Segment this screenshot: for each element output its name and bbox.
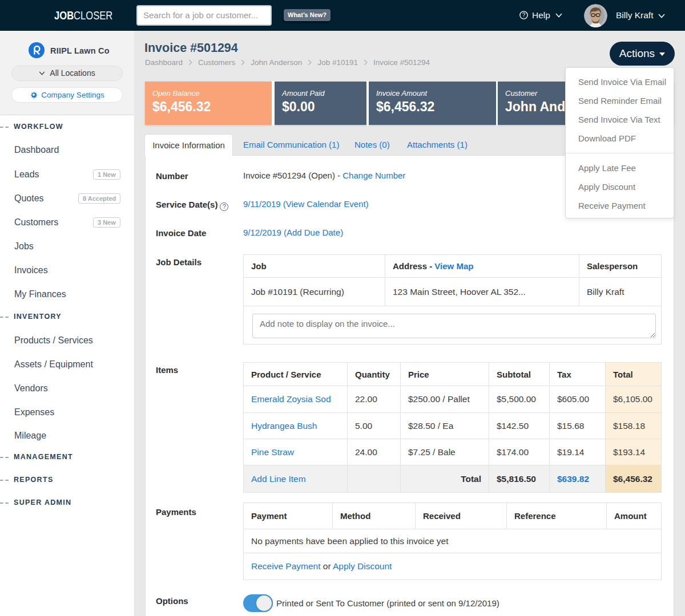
svg-text:?: ? [522,12,526,18]
